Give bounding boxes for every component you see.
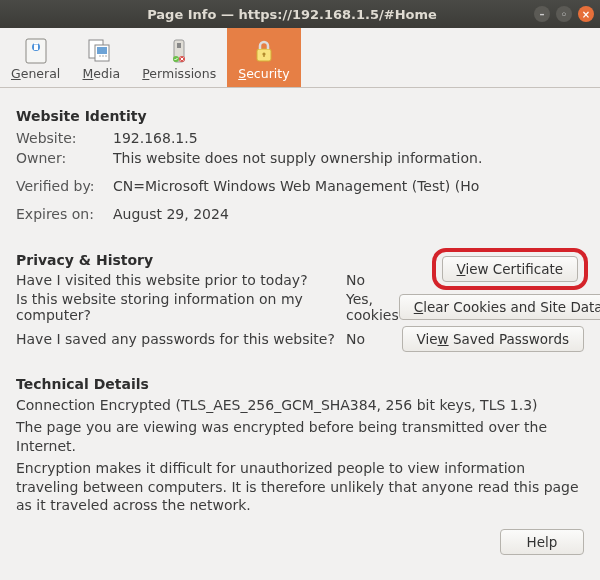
highlight-annotation: View Certificate <box>432 248 588 290</box>
svg-rect-2 <box>34 45 38 50</box>
saved-passwords-answer: No <box>346 331 402 347</box>
info-icon <box>22 36 50 66</box>
svg-rect-3 <box>34 43 38 45</box>
storing-answer: Yes, cookies <box>346 291 399 323</box>
expires-key: Expires on: <box>16 204 101 224</box>
tab-permissions[interactable]: Permissions <box>131 28 227 87</box>
technical-details: Connection Encrypted (TLS_AES_256_GCM_SH… <box>16 396 584 515</box>
tab-permissions-label: Permissions <box>142 66 216 81</box>
verified-value: CN=Microsoft Windows Web Management (Tes… <box>101 176 482 196</box>
svg-point-9 <box>106 55 107 56</box>
help-button[interactable]: Help <box>500 529 584 555</box>
tab-security[interactable]: Security <box>227 28 300 87</box>
window-titlebar: Page Info — https://192.168.1.5/#Home – … <box>0 0 600 28</box>
website-key: Website: <box>16 128 101 148</box>
identity-table: Website: 192.168.1.5 Owner: This website… <box>16 128 482 224</box>
encryption-explanation-line: Encryption makes it difficult for unauth… <box>16 459 584 516</box>
svg-rect-11 <box>177 43 181 48</box>
close-button[interactable]: × <box>578 6 594 22</box>
storing-question: Is this website storing information on m… <box>16 291 346 323</box>
tab-general-label: General <box>11 66 60 81</box>
tab-media-label: Media <box>82 66 120 81</box>
tab-media[interactable]: Media <box>71 28 131 87</box>
svg-rect-6 <box>97 47 107 54</box>
window-title: Page Info — https://192.168.1.5/#Home <box>10 7 534 22</box>
visited-answer: No <box>346 272 406 288</box>
tab-security-label: Security <box>238 66 289 81</box>
window-controls: – ◦ × <box>534 6 594 22</box>
category-toolbar: General Media Permissions Security <box>0 28 600 88</box>
media-icon <box>87 36 115 66</box>
tab-general[interactable]: General <box>0 28 71 87</box>
maximize-button[interactable]: ◦ <box>556 6 572 22</box>
website-value: 192.168.1.5 <box>101 128 482 148</box>
lock-icon <box>250 36 278 66</box>
view-certificate-button[interactable]: View Certificate <box>442 256 578 282</box>
visited-question: Have I visited this website prior to tod… <box>16 272 346 288</box>
svg-point-8 <box>103 55 104 56</box>
saved-passwords-question: Have I saved any passwords for this webs… <box>16 331 346 347</box>
encrypted-transmission-line: The page you are viewing was encrypted b… <box>16 418 584 456</box>
owner-value: This website does not supply ownership i… <box>101 148 482 168</box>
permissions-icon <box>165 36 193 66</box>
svg-point-7 <box>100 55 101 56</box>
view-passwords-button[interactable]: View Saved Passwords <box>402 326 584 352</box>
clear-cookies-button[interactable]: Clear Cookies and Site Data <box>399 294 600 320</box>
owner-key: Owner: <box>16 148 101 168</box>
minimize-button[interactable]: – <box>534 6 550 22</box>
identity-heading: Website Identity <box>16 108 584 124</box>
technical-heading: Technical Details <box>16 376 584 392</box>
svg-rect-16 <box>263 54 264 57</box>
connection-encrypted-line: Connection Encrypted (TLS_AES_256_GCM_SH… <box>16 396 584 415</box>
expires-value: August 29, 2024 <box>101 204 482 224</box>
verified-key: Verified by: <box>16 176 101 196</box>
